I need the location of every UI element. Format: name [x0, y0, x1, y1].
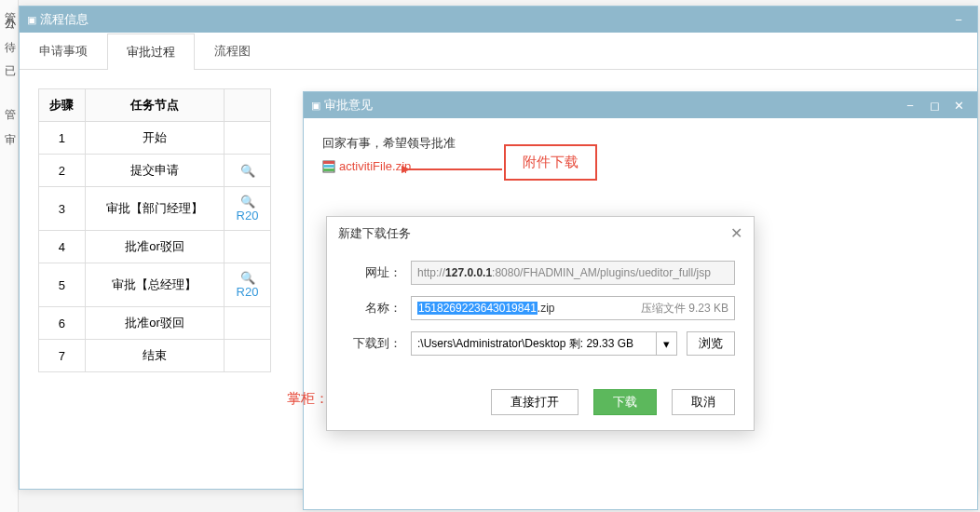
download-dialog: 新建下载任务 ✕ 网址： http://127.0.0.1:8080/FHADM… — [326, 216, 755, 431]
annotation-arrow — [402, 160, 504, 179]
url-row: 网址： http://127.0.0.1:8080/FHADMIN_AM/plu… — [346, 261, 735, 285]
maximize-button[interactable]: ◻ — [923, 97, 946, 114]
svg-rect-1 — [323, 161, 334, 164]
cell-detail[interactable]: 🔍 — [225, 155, 271, 187]
close-icon[interactable]: ✕ — [730, 224, 742, 242]
download-button[interactable]: 下载 — [593, 389, 657, 415]
table-row: 3审批【部门经理】🔍 R20 — [39, 187, 271, 231]
dialog-footer: 直接打开 下载 取消 — [327, 378, 754, 430]
name-input[interactable]: 1518269223643019841.zip 压缩文件 9.23 KB — [411, 296, 735, 320]
file-info: 压缩文件 9.23 KB — [641, 301, 728, 317]
cell-step: 7 — [39, 340, 86, 372]
url-label: 网址： — [346, 264, 402, 281]
cell-step: 5 — [39, 263, 86, 307]
titlebar[interactable]: ▣ 流程信息 − — [20, 7, 977, 33]
cell-step: 4 — [39, 231, 86, 263]
svg-rect-2 — [323, 165, 334, 168]
tab-approval-process[interactable]: 审批过程 — [107, 34, 195, 70]
cell-node: 结束 — [85, 340, 224, 372]
table-row: 6批准or驳回 — [39, 307, 271, 340]
cell-detail[interactable]: 🔍 R20 — [225, 187, 271, 231]
open-directly-button[interactable]: 直接打开 — [491, 389, 578, 415]
tab-application[interactable]: 申请事项 — [20, 33, 107, 69]
cell-step: 6 — [39, 307, 86, 340]
titlebar[interactable]: ▣ 审批意见 − ◻ ✕ — [304, 92, 977, 118]
table-row: 5审批【总经理】🔍 R20 — [39, 263, 271, 307]
name-label: 名称： — [346, 300, 402, 317]
process-table: 步骤 任务节点 1开始2提交申请🔍3审批【部门经理】🔍 R204批准or驳回5审… — [38, 88, 271, 372]
dialog-title: 新建下载任务 — [338, 225, 411, 242]
name-row: 名称： 1518269223643019841.zip 压缩文件 9.23 KB — [346, 296, 735, 320]
cell-step: 3 — [39, 187, 86, 231]
cell-node: 批准or驳回 — [85, 231, 224, 263]
minimize-button[interactable]: − — [947, 11, 970, 28]
table-row: 4批准or驳回 — [39, 231, 271, 263]
approval-message: 回家有事，希望领导批准 — [322, 135, 959, 152]
window-icon: ▣ — [27, 14, 36, 26]
minimize-button[interactable]: − — [899, 97, 921, 114]
window-title: 流程信息 — [40, 11, 947, 28]
tab-flowchart[interactable]: 流程图 — [195, 33, 270, 69]
cell-detail — [225, 307, 271, 340]
zip-icon — [322, 160, 335, 173]
dest-row: 下载到： :\Users\Administrator\Desktop 剩: 29… — [346, 331, 735, 356]
table-row: 2提交申请🔍 — [39, 155, 271, 187]
background-sidebar: 管 办公 待 已 管 审 — [0, 0, 19, 512]
cancel-button[interactable]: 取消 — [672, 389, 735, 415]
cell-node: 批准or驳回 — [85, 307, 224, 340]
table-row: 1开始 — [39, 122, 271, 155]
dest-dropdown[interactable]: ▾ — [657, 331, 677, 356]
window-icon: ▣ — [311, 100, 320, 112]
cell-step: 2 — [39, 155, 86, 187]
dialog-titlebar[interactable]: 新建下载任务 ✕ — [327, 217, 754, 249]
table-row: 7结束 — [39, 340, 271, 372]
dest-input[interactable]: :\Users\Administrator\Desktop 剩: 29.33 G… — [411, 331, 657, 356]
cell-detail — [225, 122, 271, 155]
close-button[interactable]: ✕ — [947, 97, 970, 114]
annotation-box: 附件下载 — [504, 144, 597, 181]
attachment-link[interactable]: activitiFile.zip — [339, 159, 411, 173]
window-title: 审批意见 — [324, 97, 899, 114]
cell-node: 开始 — [85, 122, 224, 155]
url-input[interactable]: http://127.0.0.1:8080/FHADMIN_AM/plugins… — [411, 261, 735, 285]
cell-node: 提交申请 — [85, 155, 224, 187]
tabs: 申请事项 审批过程 流程图 — [20, 33, 977, 70]
cell-node: 审批【部门经理】 — [85, 187, 224, 231]
chevron-down-icon: ▾ — [663, 337, 670, 351]
window-body: 回家有事，希望领导批准 activitiFile.zip 附件下载 掌柜：青苔9… — [304, 118, 977, 190]
cell-detail[interactable]: 🔍 R20 — [225, 263, 271, 307]
cell-detail — [225, 340, 271, 372]
cell-node: 审批【总经理】 — [85, 263, 224, 307]
browse-button[interactable]: 浏览 — [687, 331, 735, 356]
col-action — [225, 89, 271, 122]
col-node: 任务节点 — [85, 89, 224, 122]
cell-step: 1 — [39, 122, 86, 155]
dest-label: 下载到： — [346, 335, 402, 352]
col-step: 步骤 — [39, 89, 86, 122]
cell-detail — [225, 231, 271, 263]
svg-rect-3 — [323, 168, 334, 171]
